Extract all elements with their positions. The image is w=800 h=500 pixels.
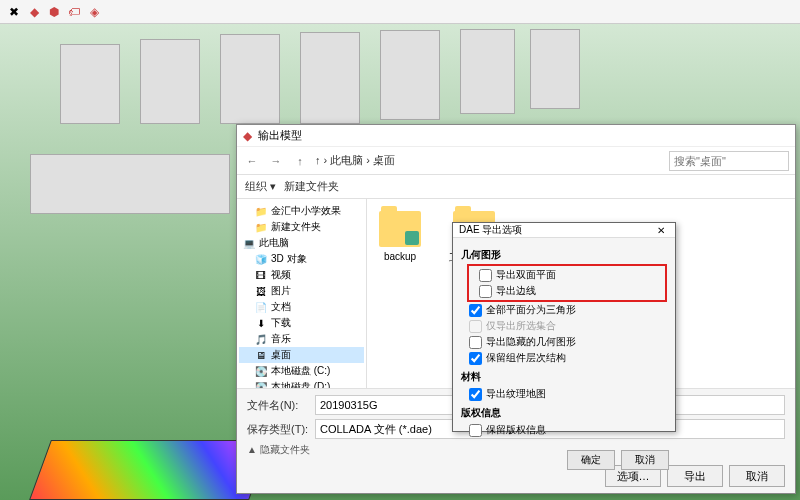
tree-item-icon: 🖼 (255, 286, 267, 297)
tree-item-icon: 🖥 (255, 350, 267, 361)
tool-tag-icon[interactable]: 🏷 (66, 4, 82, 20)
tree-item[interactable]: 💽本地磁盘 (D:) (239, 379, 364, 388)
export-textures-checkbox[interactable] (469, 388, 482, 401)
app-icon: ◆ (243, 129, 252, 143)
export-hidden-checkbox[interactable] (469, 336, 482, 349)
tree-item[interactable]: 📁新建文件夹 (239, 219, 364, 235)
export-dialog-titlebar: ◆ 输出模型 (237, 125, 795, 147)
material-group-label: 材料 (461, 370, 667, 384)
breadcrumb[interactable]: ↑ › 此电脑 › 桌面 (315, 153, 663, 168)
geometry-group-label: 几何图形 (461, 248, 667, 262)
tree-item-label: 3D 对象 (271, 252, 307, 266)
tree-item-label: 本地磁盘 (C:) (271, 364, 330, 378)
tree-item-label: 本地磁盘 (D:) (271, 380, 330, 388)
triangulate-checkbox[interactable] (469, 304, 482, 317)
tree-item-label: 图片 (271, 284, 291, 298)
credits-group-label: 版权信息 (461, 406, 667, 420)
tree-item[interactable]: 📁金汇中小学效果 (239, 203, 364, 219)
export-dialog-title: 输出模型 (258, 128, 302, 143)
tree-item-icon: 💻 (243, 238, 255, 249)
preserve-hierarchy-label: 保留组件层次结构 (486, 351, 566, 365)
tree-item-label: 音乐 (271, 332, 291, 346)
tree-item[interactable]: ⬇下载 (239, 315, 364, 331)
export-two-sided-checkbox[interactable] (479, 269, 492, 282)
tree-item-icon: 📁 (255, 206, 267, 217)
folder-tree[interactable]: 📁金汇中小学效果📁新建文件夹💻此电脑🧊3D 对象🎞视频🖼图片📄文档⬇下载🎵音乐🖥… (237, 199, 367, 388)
cancel-button[interactable]: 取消 (729, 465, 785, 487)
filename-label: 文件名(N): (247, 398, 309, 413)
tree-item[interactable]: 🎞视频 (239, 267, 364, 283)
export-hidden-label: 导出隐藏的几何图形 (486, 335, 576, 349)
nav-back-icon[interactable]: ← (243, 152, 261, 170)
tree-item[interactable]: 🧊3D 对象 (239, 251, 364, 267)
selection-only-checkbox (469, 320, 482, 333)
tree-item-icon: ⬇ (255, 318, 267, 329)
tree-item[interactable]: 💻此电脑 (239, 235, 364, 251)
nav-up-icon[interactable]: ↑ (291, 152, 309, 170)
selection-only-label: 仅导出所选集合 (486, 319, 556, 333)
tree-item[interactable]: 💽本地磁盘 (C:) (239, 363, 364, 379)
tool-cross-icon[interactable]: ✖ (6, 4, 22, 20)
tree-item-icon: 🎞 (255, 270, 267, 281)
save-type-label: 保存类型(T): (247, 422, 309, 437)
export-edges-label: 导出边线 (496, 284, 536, 298)
options-ok-button[interactable]: 确定 (567, 450, 615, 470)
new-folder-button[interactable]: 新建文件夹 (284, 179, 339, 194)
file-toolbar: 组织 ▾ 新建文件夹 (237, 175, 795, 199)
options-cancel-button[interactable]: 取消 (621, 450, 669, 470)
tree-item-label: 金汇中小学效果 (271, 204, 341, 218)
export-button[interactable]: 导出 (667, 465, 723, 487)
tree-item-label: 此电脑 (259, 236, 289, 250)
tree-item-label: 文档 (271, 300, 291, 314)
options-title: DAE 导出选项 (459, 223, 522, 237)
tree-item[interactable]: 🎵音乐 (239, 331, 364, 347)
folder-icon (379, 211, 421, 247)
tree-item[interactable]: 🖼图片 (239, 283, 364, 299)
tree-item[interactable]: 📄文档 (239, 299, 364, 315)
tree-item-icon: 📄 (255, 302, 267, 313)
preserve-credits-checkbox[interactable] (469, 424, 482, 437)
tree-item-label: 桌面 (271, 348, 291, 362)
tree-item-icon: 🧊 (255, 254, 267, 265)
dae-options-dialog: DAE 导出选项 ✕ 几何图形 导出双面平面 导出边线 全部平面分为三角形 仅导… (452, 222, 676, 432)
preserve-credits-label: 保留版权信息 (486, 423, 546, 437)
address-bar-row: ← → ↑ ↑ › 此电脑 › 桌面 (237, 147, 795, 175)
export-edges-checkbox[interactable] (479, 285, 492, 298)
options-titlebar: DAE 导出选项 ✕ (453, 223, 675, 238)
tool-box-icon[interactable]: ⬢ (46, 4, 62, 20)
triangulate-label: 全部平面分为三角形 (486, 303, 576, 317)
export-textures-label: 导出纹理地图 (486, 387, 546, 401)
tool-diamond-icon[interactable]: ◆ (26, 4, 42, 20)
close-icon[interactable]: ✕ (653, 225, 669, 236)
folder-item[interactable]: backup (379, 211, 421, 262)
preserve-hierarchy-checkbox[interactable] (469, 352, 482, 365)
highlighted-options: 导出双面平面 导出边线 (467, 264, 667, 302)
tool-ruby-icon[interactable]: ◈ (86, 4, 102, 20)
organize-menu[interactable]: 组织 ▾ (245, 179, 276, 194)
nav-forward-icon[interactable]: → (267, 152, 285, 170)
tree-item-icon: 📁 (255, 222, 267, 233)
tree-item-icon: 🎵 (255, 334, 267, 345)
tree-item-label: 下载 (271, 316, 291, 330)
folder-label: backup (384, 251, 416, 262)
tree-item[interactable]: 🖥桌面 (239, 347, 364, 363)
search-input[interactable] (669, 151, 789, 171)
export-two-sided-label: 导出双面平面 (496, 268, 556, 282)
tree-item-label: 新建文件夹 (271, 220, 321, 234)
main-toolbar: ✖ ◆ ⬢ 🏷 ◈ (0, 0, 800, 24)
tree-item-icon: 💽 (255, 366, 267, 377)
tree-item-label: 视频 (271, 268, 291, 282)
